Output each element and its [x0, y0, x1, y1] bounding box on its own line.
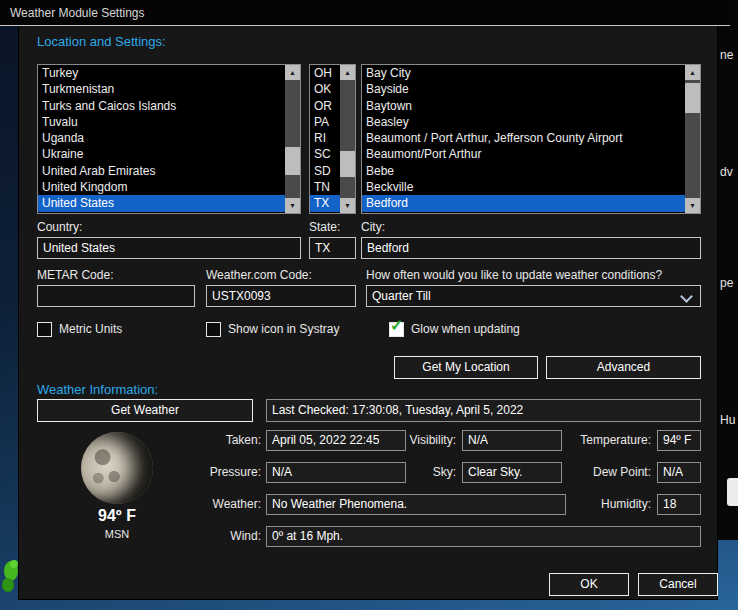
- advanced-button[interactable]: Advanced: [546, 356, 701, 379]
- temperature-label: Temperature:: [559, 430, 651, 451]
- list-item[interactable]: PA: [310, 114, 340, 130]
- list-item[interactable]: RI: [310, 130, 340, 146]
- list-item[interactable]: Tuvalu: [38, 114, 285, 130]
- state-input[interactable]: [309, 237, 356, 259]
- glow-when-updating-checkbox[interactable]: Glow when updating: [389, 322, 520, 336]
- sky-field: Clear Sky.: [462, 462, 562, 483]
- list-item[interactable]: Bayside: [362, 81, 685, 97]
- dropdown-selected-value: Quarter Till: [372, 289, 431, 303]
- humidity-label: Humidity:: [559, 494, 651, 515]
- checkbox-box[interactable]: [206, 322, 221, 337]
- checkbox-box[interactable]: [389, 322, 404, 337]
- scrollbar-thumb[interactable]: [340, 151, 355, 177]
- sky-label: Sky:: [379, 462, 456, 483]
- window-title: Weather Module Settings: [0, 6, 145, 20]
- scroll-up-icon[interactable]: ▲: [285, 65, 300, 80]
- background-window-strip: ne dv pe Hu: [718, 0, 738, 540]
- country-list-items: TurkeyTurkmenistanTurks and Caicos Islan…: [38, 65, 285, 213]
- wind-field: 0º at 16 Mph.: [266, 526, 701, 547]
- update-frequency-dropdown[interactable]: Quarter Till: [366, 285, 701, 307]
- checkbox-label: Show icon in Systray: [228, 322, 339, 336]
- scroll-down-icon[interactable]: ▼: [285, 198, 300, 213]
- update-frequency-label: How often would you like to update weath…: [366, 268, 662, 282]
- scroll-down-icon[interactable]: ▼: [340, 198, 355, 213]
- scroll-up-icon[interactable]: ▲: [685, 65, 700, 80]
- country-listbox[interactable]: TurkeyTurkmenistanTurks and Caicos Islan…: [37, 64, 301, 214]
- background-window-fragment: [727, 478, 738, 506]
- list-item[interactable]: Uganda: [38, 130, 285, 146]
- list-item[interactable]: Beckville: [362, 179, 685, 195]
- list-item[interactable]: SD: [310, 163, 340, 179]
- city-input[interactable]: [361, 237, 701, 259]
- list-item[interactable]: Turkmenistan: [38, 81, 285, 97]
- list-item[interactable]: Ukraine: [38, 146, 285, 162]
- city-listbox[interactable]: Bay CityBaysideBaytownBeasleyBeaumont / …: [361, 64, 701, 214]
- window-titlebar[interactable]: Weather Module Settings: [0, 0, 730, 26]
- city-list-items: Bay CityBaysideBaytownBeasleyBeaumont / …: [362, 65, 685, 213]
- list-item[interactable]: United Arab Emirates: [38, 163, 285, 179]
- list-item[interactable]: Turkey: [38, 65, 285, 81]
- moon-phase-icon: [81, 432, 153, 504]
- city-scrollbar[interactable]: ▲ ▼: [685, 65, 700, 213]
- list-item[interactable]: SC: [310, 146, 340, 162]
- state-scrollbar[interactable]: ▲ ▼: [340, 65, 355, 213]
- list-item[interactable]: Bebe: [362, 163, 685, 179]
- weather-settings-dialog: Location and Settings: TurkeyTurkmenista…: [18, 25, 718, 600]
- list-item[interactable]: Bedford: [362, 195, 685, 211]
- last-checked-field: Last Checked: 17:30:08, Tuesday, April 5…: [266, 399, 701, 422]
- scrollbar-thumb[interactable]: [285, 147, 300, 175]
- screen: ne dv pe Hu Weather Module Settings Loca…: [0, 0, 738, 610]
- checkbox-label: Glow when updating: [411, 322, 520, 336]
- scroll-down-icon[interactable]: ▼: [685, 198, 700, 213]
- section-weather-heading: Weather Information:: [37, 382, 158, 397]
- dew-point-label: Dew Point:: [559, 462, 651, 483]
- background-text-fragment: ne: [720, 48, 733, 62]
- checkbox-box[interactable]: [37, 322, 52, 337]
- list-item[interactable]: United Kingdom: [38, 179, 285, 195]
- ok-button[interactable]: OK: [549, 573, 629, 596]
- weathercom-code-label: Weather.com Code:: [206, 268, 312, 282]
- list-item[interactable]: Turks and Caicos Islands: [38, 98, 285, 114]
- list-item[interactable]: OR: [310, 98, 340, 114]
- get-my-location-button[interactable]: Get My Location: [394, 356, 538, 379]
- chevron-down-icon[interactable]: [680, 290, 693, 303]
- visibility-field: N/A: [462, 430, 562, 451]
- metric-units-checkbox[interactable]: Metric Units: [37, 322, 122, 336]
- list-item[interactable]: Bay City: [362, 65, 685, 81]
- weather-field: No Weather Phenomena.: [266, 494, 566, 515]
- humidity-field: 18: [657, 494, 701, 515]
- weather-label: Weather:: [149, 494, 261, 515]
- city-label: City:: [361, 220, 385, 234]
- state-list-items: OHOKORPARISCSDTNTX: [310, 65, 340, 213]
- wind-label: Wind:: [149, 526, 261, 547]
- get-weather-button[interactable]: Get Weather: [37, 399, 253, 422]
- weathercom-code-input[interactable]: [206, 285, 356, 307]
- scrollbar-thumb[interactable]: [685, 83, 700, 113]
- list-item[interactable]: Beasley: [362, 114, 685, 130]
- list-item[interactable]: TX: [310, 195, 340, 211]
- country-label: Country:: [37, 220, 82, 234]
- visibility-label: Visibility:: [379, 430, 456, 451]
- list-item[interactable]: Beaumont/Port Arthur: [362, 146, 685, 162]
- state-listbox[interactable]: OHOKORPARISCSDTNTX ▲ ▼: [309, 64, 356, 214]
- country-scrollbar[interactable]: ▲ ▼: [285, 65, 300, 213]
- list-item[interactable]: Baytown: [362, 98, 685, 114]
- background-text-fragment: pe: [720, 276, 733, 290]
- temperature-field: 94º F: [657, 430, 701, 451]
- country-input[interactable]: [37, 237, 301, 259]
- list-item[interactable]: United States: [38, 195, 285, 211]
- list-item[interactable]: Beaumont / Port Arthur, Jefferson County…: [362, 130, 685, 146]
- dew-point-field: N/A: [657, 462, 701, 483]
- checkbox-label: Metric Units: [59, 322, 122, 336]
- list-item[interactable]: TN: [310, 179, 340, 195]
- pressure-label: Pressure:: [149, 462, 261, 483]
- background-text-fragment: Hu: [720, 413, 735, 427]
- cancel-button[interactable]: Cancel: [638, 573, 718, 596]
- background-text-fragment: dv: [720, 165, 733, 179]
- scroll-up-icon[interactable]: ▲: [340, 65, 355, 80]
- list-item[interactable]: OH: [310, 65, 340, 81]
- list-item[interactable]: OK: [310, 81, 340, 97]
- metar-code-input[interactable]: [37, 285, 195, 307]
- state-label: State:: [309, 220, 340, 234]
- systray-icon-checkbox[interactable]: Show icon in Systray: [206, 322, 339, 336]
